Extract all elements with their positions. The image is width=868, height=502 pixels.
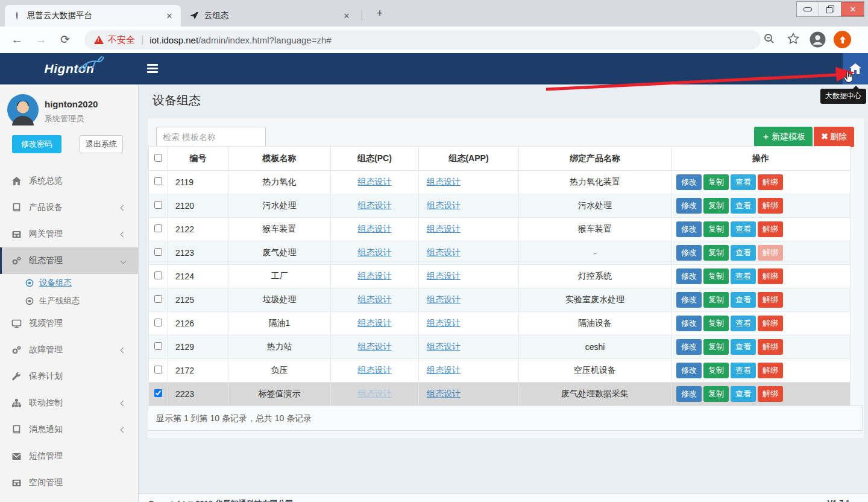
modify-button[interactable]: 修改 [676, 386, 702, 402]
row-checkbox[interactable] [154, 366, 162, 373]
config-design-pc-link[interactable]: 组态设计 [358, 200, 392, 210]
table-row-2125[interactable]: 2125垃圾处理组态设计组态设计实验室废水处理修改复制查看解绑 [149, 288, 851, 312]
bigdata-home-button[interactable] [843, 53, 868, 84]
sidebar-item-5[interactable]: 故障管理 [0, 337, 139, 363]
view-button[interactable]: 查看 [731, 386, 756, 402]
config-design-pc-link[interactable]: 组态设计 [358, 342, 392, 351]
copy-button[interactable]: 复制 [703, 221, 729, 237]
sidebar-item-7[interactable]: 联动控制 [0, 390, 139, 416]
row-checkbox[interactable] [154, 389, 162, 397]
row-checkbox[interactable] [154, 201, 162, 209]
config-design-pc-link[interactable]: 组态设计 [358, 271, 392, 281]
modify-button[interactable]: 修改 [676, 174, 702, 190]
sidebar-subitem-3-0[interactable]: 设备组态 [0, 274, 139, 292]
address-bar[interactable]: 不安全 | iot.idosp.net /admin/index.html?la… [84, 30, 761, 49]
config-design-app-link[interactable]: 组态设计 [427, 389, 461, 398]
logout-button[interactable]: 退出系统 [80, 135, 123, 153]
table-row-2172[interactable]: 2172负压组态设计组态设计空压机设备修改复制查看解绑 [149, 359, 851, 383]
config-design-pc-link[interactable]: 组态设计 [358, 177, 392, 186]
row-checkbox[interactable] [154, 177, 162, 185]
hamburger-menu-button[interactable] [147, 64, 158, 73]
bookmark-star-icon[interactable] [786, 33, 800, 47]
sidebar-item-2[interactable]: 网关管理 [0, 221, 139, 247]
sidebar-item-8[interactable]: 消息通知 [0, 416, 139, 443]
zoom-out-indicator-icon[interactable] [762, 33, 776, 47]
copy-button[interactable]: 复制 [703, 386, 729, 402]
forward-button[interactable]: → [34, 33, 48, 47]
modify-button[interactable]: 修改 [676, 245, 702, 261]
sidebar-item-0[interactable]: 系统总览 [0, 168, 139, 194]
config-design-app-link[interactable]: 组态设计 [427, 200, 461, 210]
unbind-button[interactable]: 解绑 [758, 198, 783, 214]
view-button[interactable]: 查看 [731, 245, 756, 261]
unbind-button[interactable]: 解绑 [758, 245, 783, 261]
config-design-app-link[interactable]: 组态设计 [427, 365, 461, 375]
unbind-button[interactable]: 解绑 [758, 339, 783, 355]
window-restore-button[interactable] [819, 2, 841, 16]
delete-button[interactable]: ✖删除 [814, 127, 854, 147]
sidebar-item-9[interactable]: 短信管理 [0, 443, 139, 469]
unbind-button[interactable]: 解绑 [758, 386, 783, 402]
row-checkbox[interactable] [154, 224, 162, 232]
config-design-pc-link[interactable]: 组态设计 [358, 318, 392, 328]
copy-button[interactable]: 复制 [703, 292, 729, 308]
browser-profile-avatar[interactable] [810, 31, 826, 48]
table-row-2120[interactable]: 2120污水处理组态设计组态设计污水处理修改复制查看解绑 [149, 194, 851, 218]
row-checkbox[interactable] [154, 248, 162, 256]
row-checkbox[interactable] [154, 295, 162, 303]
table-row-2126[interactable]: 2126隔油1组态设计组态设计隔油设备修改复制查看解绑 [149, 312, 851, 335]
search-input[interactable] [156, 127, 266, 147]
config-design-app-link[interactable]: 组态设计 [427, 294, 461, 304]
view-button[interactable]: 查看 [731, 198, 756, 214]
sidebar-item-6[interactable]: 保养计划 [0, 363, 139, 390]
browser-tab-inactive[interactable]: 云组态 ✕ [182, 5, 358, 27]
view-button[interactable]: 查看 [731, 339, 756, 355]
window-close-button[interactable]: ✕ [841, 2, 864, 16]
config-design-app-link[interactable]: 组态设计 [427, 271, 461, 281]
view-button[interactable]: 查看 [731, 316, 756, 331]
config-design-pc-link[interactable]: 组态设计 [358, 224, 392, 234]
copy-button[interactable]: 复制 [703, 339, 729, 355]
sidebar-item-3[interactable]: 组态管理 [0, 247, 139, 274]
table-row-2122[interactable]: 2122猴车装置组态设计组态设计猴车装置修改复制查看解绑 [149, 218, 851, 241]
modify-button[interactable]: 修改 [676, 363, 702, 378]
view-button[interactable]: 查看 [731, 268, 756, 284]
sidebar-subitem-3-1[interactable]: 生产线组态 [0, 292, 139, 310]
unbind-button[interactable]: 解绑 [758, 292, 783, 308]
config-design-pc-link[interactable]: 组态设计 [358, 247, 392, 257]
unbind-button[interactable]: 解绑 [758, 268, 783, 284]
table-row-2119[interactable]: 2119热力氧化组态设计组态设计热力氧化装置修改复制查看解绑 [149, 171, 851, 194]
view-button[interactable]: 查看 [731, 363, 756, 378]
reload-button[interactable]: ⟳ [58, 33, 72, 47]
new-template-button[interactable]: ＋新建模板 [754, 127, 813, 147]
row-checkbox[interactable] [154, 272, 162, 279]
change-password-button[interactable]: 修改密码 [12, 135, 61, 153]
view-button[interactable]: 查看 [731, 221, 756, 237]
sidebar-item-10[interactable]: 空间管理 [0, 469, 139, 496]
copy-button[interactable]: 复制 [703, 268, 729, 284]
sidebar-item-1[interactable]: 产品设备 [0, 194, 139, 221]
sidebar-item-4[interactable]: 视频管理 [0, 310, 139, 337]
copy-button[interactable]: 复制 [703, 198, 729, 214]
config-design-app-link[interactable]: 组态设计 [427, 318, 461, 328]
tab1-close-icon[interactable]: ✕ [164, 10, 175, 21]
table-row-2223[interactable]: 2223标签值演示组态设计组态设计废气处理数据采集修改复制查看解绑 [149, 383, 851, 406]
browser-tab-active[interactable]: 思普云大数据平台 ✕ [5, 5, 181, 27]
config-design-app-link[interactable]: 组态设计 [427, 247, 461, 257]
modify-button[interactable]: 修改 [676, 221, 702, 237]
copy-button[interactable]: 复制 [703, 363, 729, 378]
modify-button[interactable]: 修改 [676, 198, 702, 214]
browser-update-button[interactable] [834, 31, 851, 48]
modify-button[interactable]: 修改 [676, 316, 702, 331]
config-design-app-link[interactable]: 组态设计 [427, 224, 461, 234]
unbind-button[interactable]: 解绑 [758, 221, 783, 237]
copy-button[interactable]: 复制 [703, 316, 729, 331]
config-design-pc-link[interactable]: 组态设计 [358, 389, 392, 398]
copy-button[interactable]: 复制 [703, 245, 729, 261]
config-design-pc-link[interactable]: 组态设计 [358, 365, 392, 375]
modify-button[interactable]: 修改 [676, 339, 702, 355]
new-tab-button[interactable]: + [373, 7, 387, 21]
table-row-2129[interactable]: 2129热力站组态设计组态设计ceshi修改复制查看解绑 [149, 335, 851, 359]
unbind-button[interactable]: 解绑 [758, 174, 783, 190]
window-minimize-button[interactable] [797, 2, 819, 16]
